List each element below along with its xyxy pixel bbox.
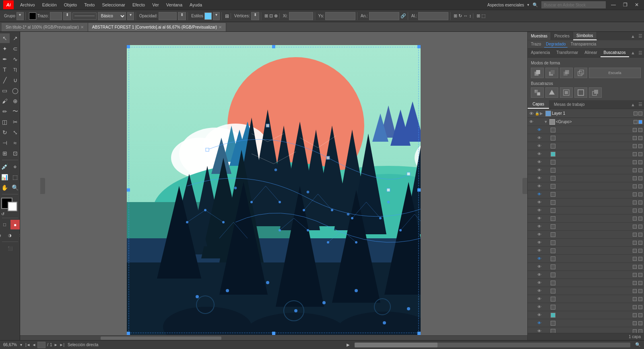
- left-panel-toggle[interactable]: [40, 178, 45, 194]
- menu-ver[interactable]: Ver: [149, 2, 162, 8]
- layer-item-23[interactable]: 👁: [528, 311, 644, 319]
- path-target-12[interactable]: [633, 225, 637, 229]
- trazo-value[interactable]: 1: [50, 12, 62, 20]
- path-eye-0[interactable]: 👁: [537, 128, 543, 132]
- eraser-tool[interactable]: ◫: [0, 117, 10, 127]
- layers-collapse[interactable]: ▲: [629, 101, 637, 109]
- path-visible-24[interactable]: [638, 321, 642, 325]
- layer-item-12[interactable]: 👁: [528, 223, 644, 231]
- vertices-spinner[interactable]: ⬍: [251, 12, 259, 20]
- layer-item-1[interactable]: 👁: [528, 134, 644, 142]
- restore-btn[interactable]: ❐: [621, 2, 630, 8]
- zoom-tool[interactable]: 🔍: [10, 183, 20, 192]
- tool-options-arrow[interactable]: ▶: [347, 343, 350, 347]
- group-selected[interactable]: [638, 120, 642, 124]
- path-eye-14[interactable]: 👁: [537, 240, 543, 245]
- zoom-level[interactable]: 66,67%: [3, 343, 17, 347]
- panel-menu[interactable]: ☰: [637, 32, 644, 40]
- path-eye-3[interactable]: 👁: [537, 152, 543, 156]
- layer1-row[interactable]: 👁 🔒 ▶ Layer 1: [528, 109, 644, 118]
- estilos-expand[interactable]: ▾: [213, 12, 220, 20]
- path-eye-7[interactable]: 👁: [537, 184, 543, 188]
- path-target-16[interactable]: [633, 257, 637, 261]
- layer-item-2[interactable]: 👁: [528, 142, 644, 150]
- path-eye-9[interactable]: 👁: [537, 200, 543, 204]
- path-eye-11[interactable]: 👁: [537, 216, 543, 221]
- stroke-options-btn[interactable]: ▾: [127, 12, 134, 20]
- path-visible-8[interactable]: [638, 192, 642, 196]
- layer-item-15[interactable]: 👁: [528, 247, 644, 255]
- path-visible-0[interactable]: [638, 128, 642, 132]
- stroke-color-mode[interactable]: ■: [10, 220, 20, 229]
- arc-tool[interactable]: ∪: [10, 75, 20, 85]
- layer-item-16[interactable]: 👁: [528, 255, 644, 263]
- path-visible-9[interactable]: [638, 200, 642, 204]
- path-eye-18[interactable]: 👁: [537, 273, 543, 277]
- path-target-2[interactable]: [633, 144, 637, 148]
- close-btn[interactable]: ✕: [633, 2, 641, 8]
- pathfinder-trim[interactable]: [531, 87, 544, 98]
- opacity-value[interactable]: 100%: [159, 12, 177, 20]
- menu-efecto[interactable]: Efecto: [129, 2, 148, 8]
- tab-0[interactable]: Sin título-1* al 100% (RGB/Previsualizar…: [2, 23, 88, 31]
- link-icon[interactable]: 🔗: [400, 13, 406, 19]
- blob-tool[interactable]: ⊕: [10, 96, 20, 106]
- smooth-tool[interactable]: 〜: [10, 107, 20, 116]
- trazo-spinner[interactable]: ⬍: [63, 12, 71, 20]
- panel-collapse[interactable]: ▲: [629, 32, 637, 40]
- path-eye-8[interactable]: 👁: [537, 192, 543, 196]
- path-target-10[interactable]: [633, 209, 637, 213]
- blend-tool[interactable]: ⋄: [10, 162, 20, 171]
- nav-first[interactable]: |◄: [25, 343, 31, 347]
- layer-item-14[interactable]: 👁: [528, 239, 644, 247]
- menu-objeto[interactable]: Objeto: [61, 2, 80, 8]
- layers-tab-btn[interactable]: Capas: [528, 100, 549, 109]
- tab-1[interactable]: ABSTRACT FOREST 1 [Convertido].ai al 66,…: [88, 23, 226, 31]
- path-visible-18[interactable]: [638, 273, 642, 277]
- scale-tool[interactable]: ⤡: [10, 128, 20, 137]
- path-visible-17[interactable]: [638, 265, 642, 269]
- path-eye-10[interactable]: 👁: [537, 208, 543, 213]
- path-target-11[interactable]: [633, 217, 637, 221]
- menu-edicion[interactable]: Edición: [39, 2, 60, 8]
- path-target-8[interactable]: [633, 192, 637, 196]
- path-eye-4[interactable]: 👁: [537, 160, 543, 164]
- width-tool[interactable]: ⊣: [0, 138, 10, 148]
- menu-ayuda[interactable]: Ayuda: [186, 2, 205, 8]
- path-eye-19[interactable]: 👁: [537, 281, 543, 285]
- line-tool[interactable]: ╱: [0, 75, 10, 85]
- path-visible-7[interactable]: [638, 184, 642, 188]
- none-mode[interactable]: ✕: [16, 230, 21, 240]
- layer-item-4[interactable]: 👁: [528, 158, 644, 166]
- type-tool[interactable]: T: [0, 65, 10, 74]
- path-visible-3[interactable]: [638, 152, 642, 156]
- menu-seleccionar[interactable]: Seleccionar: [99, 2, 128, 8]
- path-target-20[interactable]: [633, 289, 637, 293]
- tab-0-close[interactable]: ✕: [80, 25, 84, 29]
- artboard-tool[interactable]: ⬚: [10, 172, 20, 182]
- shape-mode-intersect[interactable]: [560, 68, 573, 78]
- minimize-btn[interactable]: —: [609, 2, 618, 8]
- path-target-21[interactable]: [633, 297, 637, 301]
- path-target-14[interactable]: [633, 241, 637, 245]
- layer1-eye[interactable]: 👁: [529, 111, 535, 116]
- group-expand[interactable]: ▼: [544, 120, 549, 124]
- path-eye-5[interactable]: 👁: [537, 168, 543, 172]
- path-visible-19[interactable]: [638, 281, 642, 285]
- opacity-spinner[interactable]: ⬍: [178, 12, 186, 20]
- menu-ventana[interactable]: Ventana: [163, 2, 186, 8]
- path-target-24[interactable]: [633, 321, 637, 325]
- group-row[interactable]: 👁 ▼ <Grupo>: [528, 118, 644, 126]
- page-number[interactable]: 1: [37, 342, 45, 348]
- al-value[interactable]: 1399.99 px: [418, 12, 448, 20]
- path-visible-20[interactable]: [638, 289, 642, 293]
- path-eye-21[interactable]: 👁: [537, 297, 543, 301]
- path-visible-13[interactable]: [638, 233, 642, 237]
- path-target-23[interactable]: [633, 313, 637, 317]
- warp-tool[interactable]: ≈: [10, 138, 20, 148]
- canvas-scrollbar-h[interactable]: [20, 335, 527, 340]
- transparencia-tab[interactable]: Transparencia: [569, 41, 598, 47]
- path-visible-6[interactable]: [638, 176, 642, 180]
- layer-item-17[interactable]: 👁: [528, 263, 644, 271]
- menu-archivo[interactable]: Archivo: [17, 2, 38, 8]
